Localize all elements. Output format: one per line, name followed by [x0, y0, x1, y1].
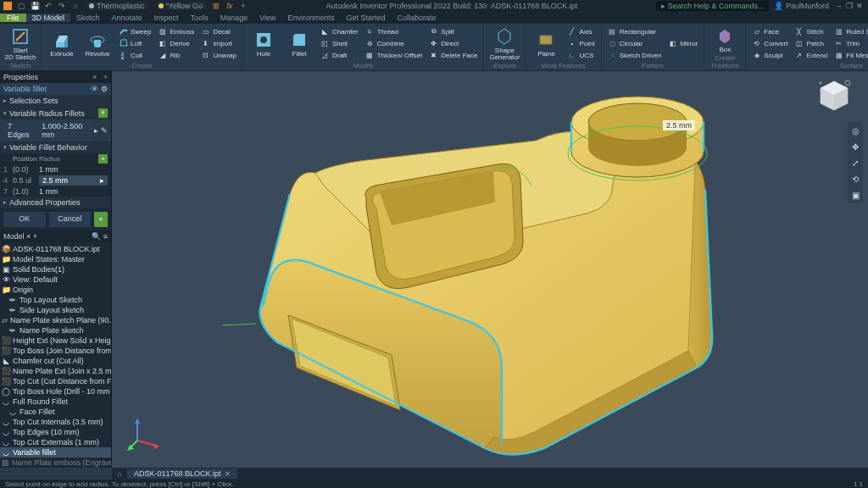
ribbon-tab-tools[interactable]: Tools [185, 14, 214, 22]
tree-node[interactable]: ⬛Height Ext (New Solid x Height) [0, 336, 111, 346]
fx-icon[interactable]: fx [225, 2, 234, 10]
sculpt-button[interactable]: ◈Sculpt [749, 50, 790, 61]
lookat-icon[interactable]: ▣ [849, 189, 861, 201]
open-icon[interactable]: ▢ [17, 2, 25, 10]
ribbon-tab-inspect[interactable]: Inspect [148, 14, 185, 22]
radius-callout[interactable]: 2.5 mm [663, 120, 695, 130]
loft-button[interactable]: Loft [116, 38, 153, 49]
tree-node[interactable]: 📁Model States: Master [0, 254, 111, 264]
ribbon-tab-collaborate[interactable]: Collaborate [392, 14, 442, 22]
patch-button[interactable]: ◫Patch [792, 38, 830, 49]
fitmesh-button[interactable]: ▦Fit Mesh Face [832, 50, 868, 61]
tree-node[interactable]: ⬛Top Boss (Join Distance from Face) [0, 346, 111, 356]
draft-button[interactable]: ◿Draft [318, 50, 361, 61]
advanced-section[interactable]: ▸Advanced Properties [0, 197, 111, 208]
min-button[interactable]: – [834, 2, 844, 10]
sweep-button[interactable]: Sweep [116, 26, 153, 37]
thread-button[interactable]: ≡Thread [363, 26, 426, 37]
ribbon-tab-sketch[interactable]: Sketch [70, 14, 106, 22]
tree-node[interactable]: ▱Name Plate sketch Plane (90.00 deg to Y… [0, 315, 111, 325]
tree-node[interactable]: ◡Variable fillet [0, 447, 111, 458]
var-radius-section[interactable]: ▾Variable Radius Fillets+ [0, 107, 111, 119]
tree-node[interactable]: ▣Solid Bodies(1) [0, 264, 111, 274]
tree-node[interactable]: ◣Chamfer cut (Cut All) [0, 356, 111, 366]
axis-button[interactable]: ╱Axis [565, 26, 597, 37]
ucs-button[interactable]: ∟UCS [565, 50, 597, 61]
tab-close-icon[interactable]: ✕ [225, 470, 231, 478]
tree-node[interactable]: ◡Top Edges (10 mm) [0, 427, 111, 437]
combine-button[interactable]: ⊕Combine [363, 38, 426, 49]
fillet-button[interactable]: Fillet [282, 25, 316, 62]
view-cube[interactable] [815, 78, 853, 115]
appearance-pill[interactable]: "Yellow Go [154, 2, 207, 10]
extend-button[interactable]: ↗Extend [792, 50, 830, 61]
ribbon-tab-manage[interactable]: Manage [214, 14, 254, 22]
revolve-button[interactable]: Revolve [81, 25, 114, 62]
stitch-button[interactable]: ╳Stitch [792, 26, 830, 37]
ribbon-tab-get-started[interactable]: Get Started [341, 14, 392, 22]
apply-add-button[interactable]: + [94, 212, 108, 227]
list-icon[interactable]: ≡ [103, 232, 108, 241]
model-close-icon[interactable]: × [26, 232, 31, 241]
convert-button[interactable]: ⟲Convert [749, 38, 790, 49]
material-pill[interactable]: Thermoplastic [85, 2, 149, 10]
ribbon-tab-3d-model[interactable]: 3D Model [26, 14, 71, 22]
thicken-button[interactable]: ▦Thicken/ Offset [363, 50, 426, 61]
tree-node[interactable]: ✏Name Plate sketch [0, 325, 111, 336]
add-fillet-set-button[interactable]: + [98, 108, 108, 118]
box-button[interactable]: Box [708, 25, 742, 54]
ribbon-tab-view[interactable]: View [253, 14, 281, 22]
qat-add-icon[interactable]: + [239, 2, 248, 10]
chevron-right-icon[interactable]: ▸ [94, 126, 98, 135]
tree-node[interactable]: ◡Face Fillet [0, 407, 111, 417]
tree-node[interactable]: ✏Top Layout Sketch [0, 295, 111, 305]
eye-icon[interactable]: 👁 [91, 85, 98, 93]
ribbon-tab-environments[interactable]: Environments [282, 14, 341, 22]
point-button[interactable]: •Point [565, 38, 597, 49]
param-icon[interactable]: ⊞ [212, 2, 220, 10]
undo-icon[interactable]: ↶ [44, 2, 53, 10]
decal-button[interactable]: ▭Decal [198, 26, 239, 37]
doc-home-button[interactable]: ⌂ [112, 469, 127, 478]
redo-icon[interactable]: ↷ [58, 2, 66, 10]
edges-chip[interactable]: 7 Edges [3, 120, 35, 141]
import-button[interactable]: ⬇Import [198, 38, 239, 49]
home-icon[interactable]: ⌂ [71, 2, 80, 10]
unwrap-button[interactable]: ⊡Unwrap [198, 50, 239, 61]
tree-node[interactable]: ▨Name Plate emboss (Engrave From Face x [0, 458, 111, 468]
hole-button[interactable]: Hole [247, 25, 281, 62]
shell-button[interactable]: ◰Shell [318, 38, 361, 49]
user-label[interactable]: 👤 PaulMunford [774, 2, 829, 10]
settings-icon[interactable]: ⚙ [101, 85, 108, 93]
tree-node[interactable]: ◡Full Round Fillet [0, 396, 111, 407]
model-add-icon[interactable]: + [33, 232, 37, 241]
restore-button[interactable]: ❐ [844, 2, 854, 10]
radius-row[interactable]: 1(0.0)1 mm [0, 164, 111, 175]
ribbon-tab-annotate[interactable]: Annotate [106, 14, 148, 22]
trim-button[interactable]: ✂Trim [832, 38, 868, 49]
selection-sets-section[interactable]: ▸Selection Sets [0, 95, 111, 107]
ruled-button[interactable]: ▥Ruled Surface [832, 26, 868, 37]
radius-row[interactable]: 40.5 ul2.5 mm ▸ [0, 175, 111, 186]
zoom-icon[interactable]: ⤢ [849, 157, 861, 169]
search-icon[interactable]: 🔍 [92, 232, 101, 241]
split-button[interactable]: ⧉Split [426, 26, 480, 37]
tree-node[interactable]: 📁Origin [0, 285, 111, 295]
tree-node[interactable]: ✏Side Layout sketch [0, 305, 111, 315]
cancel-button[interactable]: Cancel [49, 212, 92, 227]
tree-node[interactable]: ⬛Top Cut (Cut Distance from Face) [0, 376, 111, 386]
circpattern-button[interactable]: ◌Circular [605, 38, 665, 49]
document-tab[interactable]: ADSK-011768 BLOCK.ipt✕ [127, 469, 237, 479]
rectpattern-button[interactable]: ▤Rectangular [605, 26, 665, 37]
radius-row[interactable]: 7(1.0)1 mm [0, 186, 111, 197]
eyedropper-icon[interactable]: ✎ [101, 126, 108, 135]
ribbon-tab-file[interactable]: File [0, 14, 26, 22]
emboss-button[interactable]: ▨Emboss [155, 26, 197, 37]
chamfer-button[interactable]: ◣Chamfer [318, 26, 361, 37]
help-search[interactable]: ▸ Search Help & Commands... [656, 1, 770, 11]
tree-node[interactable]: ⬛Name Plate Ext (Join x 2.5 mm) [0, 366, 111, 376]
derive-button[interactable]: ◧Derive [155, 38, 197, 49]
sketchdriven-button[interactable]: ⁖Sketch Driven [605, 50, 665, 61]
extrude-button[interactable]: Extrude [45, 25, 79, 62]
add-point-button[interactable]: + [98, 154, 108, 164]
